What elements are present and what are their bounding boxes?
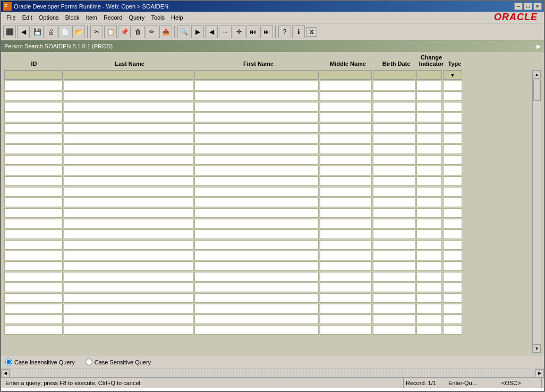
- cell-changeindicator-1[interactable]: [416, 70, 442, 80]
- scroll-up-button[interactable]: ▲: [533, 70, 541, 79]
- toolbar-cut[interactable]: ✂: [90, 25, 103, 38]
- query-mode-section: Case Insensitive Query Case Sensitive Qu…: [1, 355, 544, 369]
- toolbar-open[interactable]: 📂: [72, 25, 85, 38]
- col-header-middlename: Middle Name: [321, 61, 374, 68]
- col-header-type: Type: [445, 61, 465, 68]
- form-header: Person Search SOAIDEN 8.1.0.1 (PROD) ▶: [1, 40, 544, 52]
- scroll-left-button[interactable]: ◀: [1, 369, 10, 378]
- toolbar-save[interactable]: 💾: [31, 25, 44, 38]
- toolbar-back[interactable]: ◀: [17, 25, 30, 38]
- grid-row-15: [4, 219, 532, 228]
- scroll-thumb[interactable]: [533, 80, 541, 101]
- toolbar-print2[interactable]: 📄: [58, 25, 71, 38]
- menu-query[interactable]: Query: [125, 13, 148, 22]
- toolbar-sep3: [275, 25, 276, 38]
- menu-item[interactable]: Item: [83, 13, 100, 22]
- toolbar-prev[interactable]: ◀: [205, 25, 218, 38]
- scroll-right-button[interactable]: ▶: [535, 369, 544, 378]
- grid-row-25: [4, 325, 532, 335]
- toolbar-sep1: [87, 25, 88, 38]
- grid-row-7: [4, 134, 532, 143]
- form-title: Person Search SOAIDEN 8.1.0.1 (PROD): [4, 43, 113, 49]
- toolbar-del[interactable]: 🗑: [132, 25, 144, 38]
- toolbar-next[interactable]: ▶: [191, 25, 204, 38]
- vertical-scrollbar[interactable]: ▲ ▼: [532, 70, 541, 353]
- close-button[interactable]: ✕: [533, 3, 542, 10]
- grid-row-23: [4, 304, 532, 313]
- grid-row-8: [4, 144, 532, 154]
- toolbar-search[interactable]: 🔍: [177, 25, 190, 38]
- status-osc: <OSC>: [499, 378, 542, 388]
- cell-firstname-1[interactable]: [194, 70, 319, 80]
- grid-row-2: [4, 81, 532, 90]
- cell-id-1[interactable]: [4, 70, 63, 80]
- toolbar-info[interactable]: ℹ: [292, 25, 305, 38]
- menu-record[interactable]: Record: [100, 13, 125, 22]
- menu-edit[interactable]: Edit: [19, 13, 36, 22]
- grid-row-3: [4, 91, 532, 101]
- toolbar-nav1[interactable]: ⏮: [246, 25, 259, 38]
- case-sensitive-radio-label[interactable]: Case Sensitive Query: [86, 359, 151, 365]
- minimize-button[interactable]: ─: [514, 3, 523, 10]
- grid-row-11: [4, 176, 532, 186]
- toolbar-cross[interactable]: ✛: [233, 25, 245, 38]
- status-mode: Enter-Qu...: [446, 378, 499, 388]
- maximize-button[interactable]: □: [524, 3, 532, 10]
- toolbar-nav2[interactable]: ⏭: [260, 25, 273, 38]
- col-header-change-indicator: ChangeIndicator: [418, 54, 445, 68]
- toolbar-move[interactable]: ↔: [219, 25, 232, 38]
- title-bar-controls: ─ □ ✕: [514, 3, 542, 10]
- grid-row-6: [4, 123, 532, 133]
- case-insensitive-label: Case Insensitive Query: [14, 359, 75, 365]
- menu-tools[interactable]: Tools: [148, 13, 168, 22]
- col-header-lastname: Last Name: [64, 61, 195, 68]
- title-bar: F Oracle Developer Forms Runtime - Web: …: [1, 1, 544, 12]
- menu-block[interactable]: Block: [62, 13, 83, 22]
- case-sensitive-radio[interactable]: [86, 359, 92, 365]
- h-scroll-track[interactable]: [10, 369, 535, 377]
- cell-type-1[interactable]: ▼: [443, 70, 462, 80]
- grid-row-9: [4, 155, 532, 165]
- grid-row-1[interactable]: ▼: [4, 70, 532, 80]
- title-text: Oracle Developer Forms Runtime - Web: Op…: [14, 3, 168, 10]
- menu-help[interactable]: Help: [168, 13, 186, 22]
- cell-birthdate-1[interactable]: [373, 70, 415, 80]
- toolbar: ⬛ ◀ 💾 🖨 📄 📂 ✂ 📋 📌 🗑 ✏ 📤 🔍 ▶ ◀ ↔ ✛ ⏮ ⏭ ? …: [1, 23, 544, 40]
- form-collapse-arrow[interactable]: ▶: [537, 43, 541, 50]
- cell-lastname-1[interactable]: [64, 70, 193, 80]
- main-content: ID Last Name First Name Middle Name Birt…: [1, 52, 544, 355]
- col-header-birthdate: Birth Date: [374, 61, 418, 68]
- grid-row-19: [4, 261, 532, 271]
- grid-row-17: [4, 240, 532, 250]
- toolbar-paste[interactable]: 📌: [118, 25, 131, 38]
- grid-row-24: [4, 314, 532, 324]
- cell-middlename-1[interactable]: [320, 70, 372, 80]
- status-message: Enter a query; press F8 to execute, Ctrl…: [3, 378, 404, 388]
- toolbar-print[interactable]: 🖨: [45, 25, 57, 38]
- toolbar-x-button[interactable]: X: [306, 27, 317, 37]
- grid-row-12: [4, 187, 532, 197]
- case-insensitive-radio[interactable]: [5, 359, 12, 365]
- column-headers: ID Last Name First Name Middle Name Birt…: [4, 54, 541, 69]
- scroll-down-button[interactable]: ▼: [533, 344, 541, 353]
- toolbar-export[interactable]: 📤: [159, 25, 172, 38]
- svg-text:F: F: [4, 4, 7, 10]
- toolbar-new[interactable]: ⬛: [3, 25, 16, 38]
- scroll-track[interactable]: [533, 79, 541, 344]
- toolbar-edit[interactable]: ✏: [146, 25, 158, 38]
- case-insensitive-radio-label[interactable]: Case Insensitive Query: [5, 359, 75, 365]
- app-icon: F: [3, 2, 12, 11]
- horizontal-scrollbar[interactable]: ◀ ▶: [1, 369, 544, 377]
- menu-bar: File Edit Options Block Item Record Quer…: [1, 12, 544, 23]
- menu-options[interactable]: Options: [36, 13, 62, 22]
- menu-file[interactable]: File: [3, 13, 19, 22]
- grid-row-4: [4, 102, 532, 112]
- grid-row-22: [4, 293, 532, 303]
- grid-row-20: [4, 272, 532, 282]
- grid-row-13: [4, 198, 532, 207]
- toolbar-copy[interactable]: 📋: [104, 25, 117, 38]
- toolbar-help[interactable]: ?: [278, 25, 291, 38]
- grid-row-21: [4, 283, 532, 292]
- grid-row-10: [4, 166, 532, 175]
- col-header-firstname: First Name: [195, 61, 321, 68]
